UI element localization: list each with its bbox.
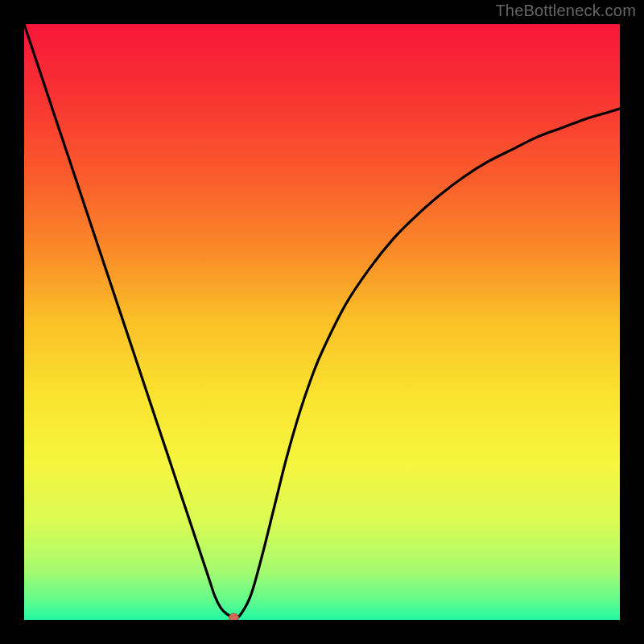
plot-svg xyxy=(24,24,620,620)
optimal-point-marker xyxy=(229,613,238,620)
chart-frame: TheBottleneck.com xyxy=(0,0,644,644)
plot-area xyxy=(24,24,620,620)
watermark-text: TheBottleneck.com xyxy=(495,2,636,20)
gradient-background xyxy=(24,24,620,620)
